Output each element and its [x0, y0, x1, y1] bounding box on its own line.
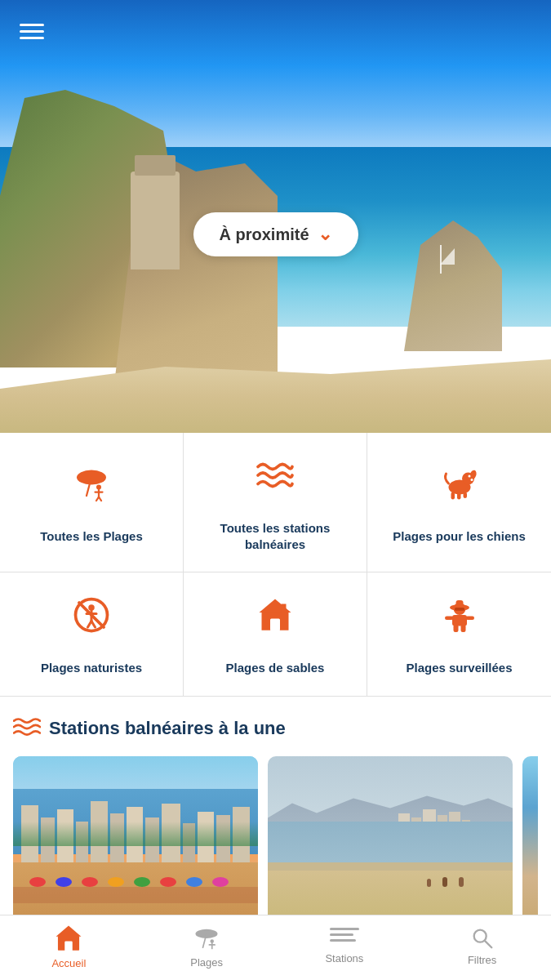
grid-item-all-beaches[interactable]: Toutes les Plages [0, 433, 184, 572]
svg-rect-24 [270, 619, 280, 631]
svg-rect-37 [65, 942, 73, 951]
dog-icon [440, 464, 479, 519]
nav-item-stations[interactable]: Stations [276, 915, 414, 980]
nav-label-stations: Stations [325, 952, 363, 964]
grid-item-nudist-beaches-label: Plages naturistes [41, 660, 142, 676]
no-sign-icon [72, 595, 111, 650]
hamburger-line-2 [20, 30, 44, 33]
svg-rect-31 [465, 617, 474, 621]
grid-item-sand-beaches[interactable]: Plages de sables [184, 572, 367, 696]
stations-section: Stations balnéaires à la une [0, 697, 551, 941]
svg-marker-22 [260, 599, 291, 613]
category-grid: Toutes les Plages Toutes les stations ba… [0, 433, 551, 697]
nav-item-filtres[interactable]: Filtres [413, 915, 551, 980]
nav-label-filtres: Filtres [468, 954, 496, 966]
chevron-down-icon: ⌄ [318, 224, 332, 245]
svg-line-21 [91, 621, 96, 628]
lifeguard-icon [440, 595, 479, 650]
hamburger-line-3 [20, 37, 44, 39]
grid-item-dog-beaches-label: Plages pour les chiens [393, 528, 526, 545]
station-card-1-image [13, 756, 258, 928]
house-icon [256, 595, 295, 650]
grid-item-dog-beaches[interactable]: Plages pour les chiens [367, 433, 551, 572]
home-icon [53, 923, 84, 954]
grid-item-sand-beaches-label: Plages de sables [226, 660, 325, 676]
hero-sailboat [429, 245, 453, 278]
grid-item-all-stations[interactable]: Toutes les stations balnéaires [184, 433, 367, 572]
station-card-1[interactable] [13, 756, 258, 928]
svg-rect-12 [463, 492, 467, 498]
svg-rect-28 [455, 600, 463, 609]
nav-item-accueil[interactable]: Accueil [0, 915, 138, 980]
svg-rect-25 [282, 604, 287, 613]
grid-item-all-stations-label: Toutes les stations balnéaires [193, 520, 357, 552]
svg-line-6 [99, 497, 101, 501]
grid-item-supervised-beaches-label: Plages surveillées [406, 660, 512, 676]
svg-point-14 [468, 474, 470, 477]
waves-nav-icon [330, 928, 359, 947]
hero-section: À proximité ⌄ [0, 0, 551, 433]
svg-rect-34 [455, 608, 464, 611]
grid-item-all-beaches-label: Toutes les Plages [40, 528, 143, 545]
svg-rect-32 [453, 625, 458, 632]
grid-item-nudist-beaches[interactable]: Plages naturistes [0, 572, 184, 696]
svg-rect-33 [460, 625, 465, 632]
proximity-button[interactable]: À proximité ⌄ [193, 212, 358, 256]
station-card-2-image [268, 756, 513, 928]
svg-rect-30 [445, 617, 454, 621]
waves-icon [256, 456, 295, 510]
nav-label-plages: Plages [190, 956, 223, 969]
svg-point-13 [470, 479, 473, 481]
beach-umbrella-icon [72, 464, 111, 519]
grid-item-supervised-beaches[interactable]: Plages surveillées [367, 572, 551, 696]
stations-cards-row [13, 756, 538, 928]
station-card-2[interactable] [268, 756, 513, 928]
stations-section-title: Stations balnéaires à la une [49, 718, 286, 739]
hamburger-line-1 [20, 24, 44, 26]
svg-marker-35 [56, 926, 82, 937]
stations-title: Stations balnéaires à la une [13, 716, 538, 742]
beach-umbrella-nav-icon [192, 924, 221, 953]
svg-rect-10 [451, 492, 455, 499]
nav-item-plages[interactable]: Plages [138, 915, 276, 980]
proximity-label: À proximité [219, 225, 309, 244]
search-nav-icon [470, 926, 495, 951]
svg-rect-29 [452, 615, 467, 626]
svg-rect-11 [457, 492, 461, 499]
svg-line-44 [484, 941, 491, 947]
hamburger-menu-button[interactable] [15, 15, 49, 48]
hero-tower [131, 172, 180, 270]
station-card-3-partial[interactable] [522, 756, 538, 928]
bottom-navigation: Accueil Plages Stations Filtres [0, 915, 551, 980]
stations-waves-icon [13, 716, 41, 742]
nav-label-accueil: Accueil [51, 957, 86, 969]
